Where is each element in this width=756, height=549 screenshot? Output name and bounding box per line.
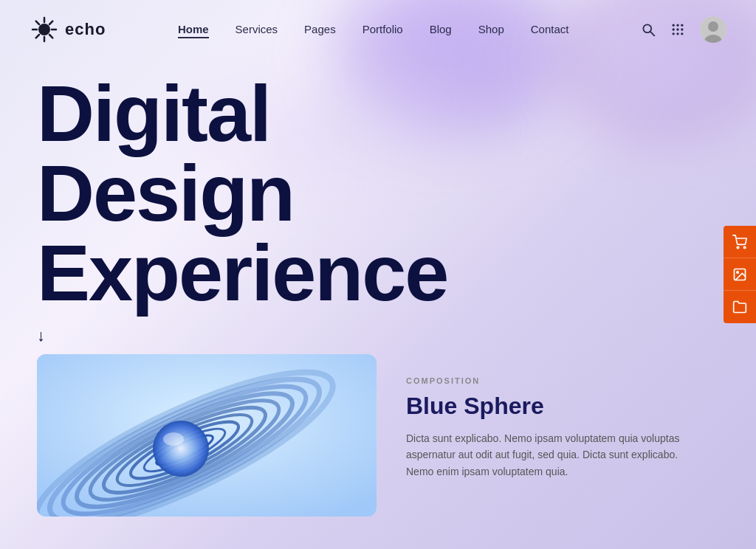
nav-item-services[interactable]: Services (236, 23, 278, 36)
nav-item-pages[interactable]: Pages (304, 23, 336, 36)
svg-point-15 (676, 28, 678, 30)
svg-line-8 (36, 35, 39, 38)
nav-item-portfolio[interactable]: Portfolio (362, 23, 403, 36)
svg-point-17 (673, 32, 675, 35)
cart-button[interactable] (724, 226, 756, 258)
nav-item-shop[interactable]: Shop (478, 23, 504, 36)
avatar[interactable] (700, 16, 726, 43)
composition-label: COMPOSITION (406, 376, 726, 385)
cart-icon (732, 235, 747, 249)
nav-item-home[interactable]: Home (178, 23, 209, 36)
svg-point-40 (737, 271, 739, 273)
scroll-down-arrow[interactable]: ↓ (37, 326, 45, 345)
svg-line-6 (49, 35, 52, 38)
gallery-button[interactable] (724, 258, 756, 291)
composition-info: COMPOSITION Blue Sphere Dicta sunt expli… (377, 354, 756, 502)
artwork-card (37, 354, 377, 517)
svg-point-13 (681, 24, 683, 27)
svg-point-0 (38, 24, 50, 35)
svg-point-16 (681, 28, 683, 30)
svg-point-35 (153, 421, 209, 477)
grid-icon (670, 22, 685, 37)
bottom-section: COMPOSITION Blue Sphere Dicta sunt expli… (0, 354, 756, 517)
svg-point-19 (681, 32, 683, 35)
hero-section: Digital Design Experience ↓ (0, 59, 756, 345)
gallery-icon (732, 267, 747, 282)
svg-point-36 (163, 432, 184, 446)
folder-icon (732, 300, 747, 314)
svg-point-11 (673, 24, 675, 27)
svg-point-14 (673, 28, 675, 30)
nav-right (641, 16, 726, 43)
svg-point-21 (708, 21, 718, 32)
grid-menu-button[interactable] (670, 22, 685, 37)
svg-line-7 (49, 21, 52, 24)
search-icon (641, 22, 656, 37)
folder-button[interactable] (724, 291, 756, 323)
svg-line-5 (36, 21, 39, 24)
composition-title: Blue Sphere (406, 393, 726, 420)
nav-item-blog[interactable]: Blog (430, 23, 452, 36)
svg-point-38 (743, 246, 746, 249)
avatar-image (700, 16, 726, 43)
navbar: echo Home Services Pages Portfolio Blog … (0, 0, 756, 59)
floating-buttons (724, 226, 756, 323)
brand-name: echo (65, 20, 106, 39)
logo-icon (30, 15, 59, 44)
svg-line-10 (650, 32, 654, 35)
artwork-svg (37, 354, 377, 517)
logo[interactable]: echo (30, 15, 106, 44)
hero-title: Digital Design Experience (37, 74, 719, 313)
svg-point-37 (737, 246, 739, 249)
nav-item-contact[interactable]: Contact (531, 23, 569, 36)
nav-links: Home Services Pages Portfolio Blog Shop … (178, 23, 569, 36)
svg-point-12 (676, 24, 678, 27)
composition-description: Dicta sunt explicabo. Nemo ipsam volupta… (406, 430, 687, 480)
svg-point-18 (676, 32, 678, 35)
search-button[interactable] (641, 22, 656, 37)
